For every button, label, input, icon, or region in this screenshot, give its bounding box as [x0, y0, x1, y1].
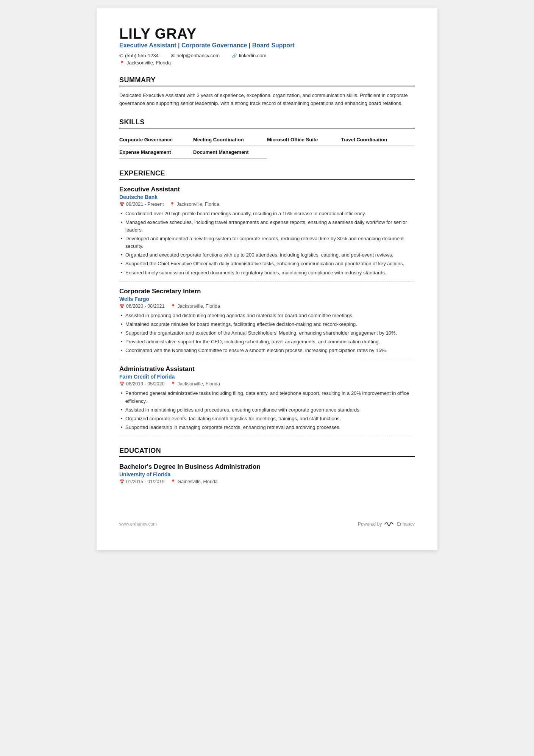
job-location-1: Jacksonville, Florida: [170, 304, 220, 309]
bullet-0-5: Ensured timely submission of required do…: [119, 269, 415, 277]
job-separator-0: [119, 281, 415, 282]
skills-section-title: SKILLS: [119, 118, 415, 128]
bullet-1-2: Supported the organization and execution…: [119, 329, 415, 337]
link-icon: [232, 53, 237, 58]
edu-location-0: Gainesville, Florida: [170, 479, 217, 484]
powered-by-text: Powered by: [358, 521, 382, 527]
skill-placeholder-1: [267, 146, 341, 159]
skill-item-0: Corporate Governance: [119, 134, 193, 146]
job-title-0: Executive Assistant: [119, 186, 415, 193]
education-section-title: EDUCATION: [119, 447, 415, 457]
bullet-1-3: Provided administrative support for the …: [119, 338, 415, 346]
phone-text: (555) 555-1234: [125, 53, 159, 58]
job-bullets-2: Performed general administrative tasks i…: [119, 390, 415, 431]
pin-icon-2: [170, 381, 176, 387]
job-bullets-1: Assisted in preparing and distributing m…: [119, 312, 415, 355]
phone-contact: (555) 555-1234: [119, 53, 159, 58]
bullet-0-4: Supported the Chief Executive Officer wi…: [119, 260, 415, 268]
edu-school-0: University of Florida: [119, 471, 415, 477]
location-text: Jacksonville, Florida: [126, 60, 171, 66]
edu-dates-0: 01/2015 - 01/2019: [119, 479, 164, 484]
edu-pin-icon: [170, 479, 176, 484]
edu-meta-0: 01/2015 - 01/2019 Gainesville, Florida: [119, 479, 415, 484]
location-row: Jacksonville, Florida: [119, 60, 415, 66]
enhancv-icon: [384, 521, 395, 527]
bullet-1-4: Coordinated with the Nominating Committe…: [119, 347, 415, 354]
phone-icon: [119, 53, 123, 58]
edu-entry-0: Bachelor's Degree in Business Administra…: [119, 463, 415, 484]
summary-section: SUMMARY Dedicated Executive Assistant wi…: [119, 76, 415, 108]
bullet-2-2: Organized corporate events, facilitating…: [119, 415, 415, 423]
skill-item-3: Travel Coordination: [341, 134, 415, 146]
job-title-1: Corporate Secretary Intern: [119, 288, 415, 295]
enhancv-branding: Powered by Enhancv: [358, 521, 415, 527]
edu-cal-icon: [119, 479, 125, 484]
experience-section: EXPERIENCE Executive Assistant Deutsche …: [119, 169, 415, 437]
bullet-1-0: Assisted in preparing and distributing m…: [119, 312, 415, 319]
email-icon: [171, 53, 175, 58]
job-0: Executive Assistant Deutsche Bank 09/202…: [119, 186, 415, 282]
skills-row-2: Expense Management Document Management: [119, 146, 415, 159]
bullet-0-0: Coordinated over 20 high-profile board m…: [119, 210, 415, 218]
candidate-name: LILY GRAY: [119, 26, 415, 42]
skills-section: SKILLS Corporate Governance Meeting Coor…: [119, 118, 415, 159]
job-location-2: Jacksonville, Florida: [170, 381, 220, 387]
job-separator-1: [119, 359, 415, 359]
skill-item-2: Microsoft Office Suite: [267, 134, 341, 146]
bullet-0-3: Organized and executed corporate functio…: [119, 251, 415, 259]
location-pin-icon: [119, 60, 125, 66]
job-title-2: Administrative Assistant: [119, 365, 415, 373]
job-meta-1: 06/2020 - 08/2021 Jacksonville, Florida: [119, 304, 415, 309]
job-meta-0: 09/2021 - Present Jacksonville, Florida: [119, 202, 415, 207]
job-bullets-0: Coordinated over 20 high-profile board m…: [119, 210, 415, 277]
bullet-2-1: Assisted in maintaining policies and pro…: [119, 406, 415, 414]
education-section: EDUCATION Bachelor's Degree in Business …: [119, 447, 415, 484]
skill-item-1: Meeting Coordination: [193, 134, 267, 146]
candidate-title: Executive Assistant | Corporate Governan…: [119, 42, 415, 49]
contact-row: (555) 555-1234 help@enhancv.com linkedin…: [119, 53, 415, 58]
company-name-0: Deutsche Bank: [119, 194, 415, 200]
footer: www.enhancv.com Powered by Enhancv: [119, 515, 415, 527]
job-location-0: Jacksonville, Florida: [170, 202, 219, 207]
skill-item-4: Expense Management: [119, 146, 193, 159]
bullet-0-1: Managed executive schedules, including t…: [119, 219, 415, 234]
skills-row-1: Corporate Governance Meeting Coordinatio…: [119, 134, 415, 146]
job-meta-2: 08/2019 - 05/2020 Jacksonville, Florida: [119, 381, 415, 387]
job-dates-0: 09/2021 - Present: [119, 202, 164, 207]
summary-section-title: SUMMARY: [119, 76, 415, 86]
cal-icon-0: [119, 202, 125, 207]
job-2: Administrative Assistant Farm Credit of …: [119, 365, 415, 436]
bullet-1-1: Maintained accurate minutes for board me…: [119, 321, 415, 328]
job-dates-2: 08/2019 - 05/2020: [119, 381, 164, 387]
cal-icon-2: [119, 381, 125, 387]
pin-icon-1: [170, 304, 176, 309]
job-separator-2: [119, 436, 415, 436]
pin-icon-0: [170, 202, 175, 207]
header: LILY GRAY Executive Assistant | Corporat…: [119, 26, 415, 66]
edu-degree-0: Bachelor's Degree in Business Administra…: [119, 463, 415, 471]
linkedin-text: linkedin.com: [239, 53, 266, 58]
skill-placeholder-2: [341, 146, 415, 159]
job-dates-1: 06/2020 - 08/2021: [119, 304, 164, 309]
skill-item-5: Document Management: [193, 146, 267, 159]
email-contact: help@enhancv.com: [171, 53, 220, 58]
bullet-2-3: Supported leadership in managing corpora…: [119, 424, 415, 431]
email-text: help@enhancv.com: [176, 53, 220, 58]
experience-section-title: EXPERIENCE: [119, 169, 415, 180]
brand-name: Enhancv: [397, 521, 415, 527]
company-name-1: Wells Fargo: [119, 296, 415, 302]
bullet-2-0: Performed general administrative tasks i…: [119, 390, 415, 405]
resume-page: LILY GRAY Executive Assistant | Corporat…: [97, 8, 437, 550]
footer-website: www.enhancv.com: [119, 521, 157, 527]
bullet-0-2: Developed and implemented a new filing s…: [119, 235, 415, 250]
linkedin-contact: linkedin.com: [232, 53, 266, 58]
company-name-2: Farm Credit of Florida: [119, 374, 415, 380]
summary-text: Dedicated Executive Assistant with 3 yea…: [119, 92, 415, 108]
cal-icon-1: [119, 304, 125, 309]
job-1: Corporate Secretary Intern Wells Fargo 0…: [119, 288, 415, 360]
